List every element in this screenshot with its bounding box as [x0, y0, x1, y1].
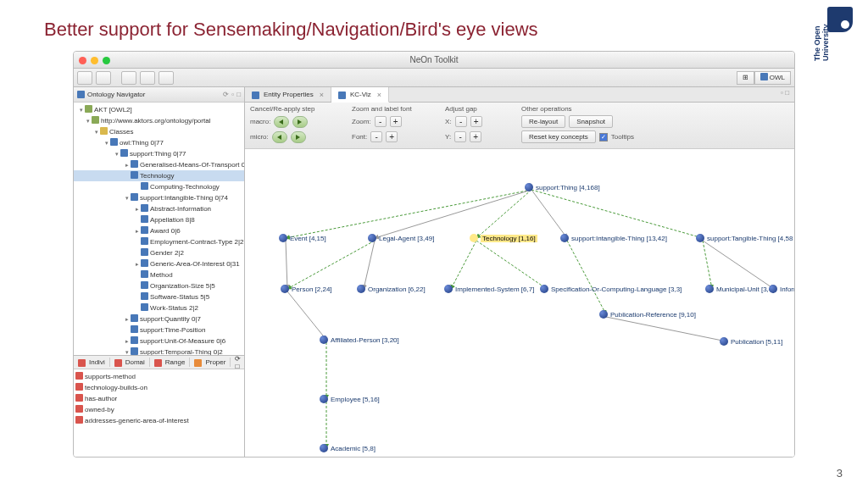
snapshot-button[interactable]: Snapshot [569, 115, 613, 128]
window-controls[interactable] [79, 57, 110, 64]
tree-item[interactable]: Software-Status 5|5 [74, 291, 244, 302]
tree-item[interactable]: Computing-Technology [74, 181, 244, 192]
graph-node[interactable]: Publication [5,11] [720, 337, 782, 346]
tree-item[interactable]: Method [74, 269, 244, 280]
micro-undo-button[interactable] [272, 131, 287, 143]
tree-item[interactable]: support:Time-Position [74, 324, 244, 336]
tree-item[interactable]: Appellation 8|8 [74, 214, 244, 225]
tree-item[interactable]: ▸Award 0|6 [74, 225, 244, 236]
graph-node[interactable]: Academic [5,8] [320, 444, 376, 452]
relayout-button[interactable]: Re-layout [521, 115, 565, 128]
property-item[interactable]: technology-builds-on [75, 382, 242, 393]
tree-item[interactable]: ▸support:Unit-Of-Measure 0|6 [74, 336, 244, 347]
gap-x-plus[interactable]: + [470, 116, 482, 127]
graph-node[interactable]: Implemented-System [6,7] [444, 285, 534, 293]
tree-item[interactable]: ▸Abstract-Information [74, 203, 244, 214]
property-list[interactable]: supports-methodtechnology-builds-onhas-a… [74, 369, 244, 457]
property-tab[interactable]: Domai [110, 358, 150, 367]
micro-redo-button[interactable] [291, 131, 306, 143]
tree-item[interactable]: ▸Generic-Area-Of-Interest 0|31 [74, 258, 244, 269]
tooltips-checkbox[interactable]: ✓ [599, 133, 608, 141]
kc-viz-canvas[interactable]: support:Thing [4,168]Event [4,15]Legal-A… [245, 149, 794, 457]
tree-item[interactable]: ▾Classes [74, 126, 244, 137]
graph-node[interactable]: Affiliated-Person [3,20] [320, 336, 399, 344]
tree-item[interactable]: Organization-Size 5|5 [74, 280, 244, 291]
graph-node[interactable]: Person [2,24] [281, 285, 332, 293]
tree-item[interactable]: Technology [74, 170, 244, 181]
ontology-tree[interactable]: ▾AKT [OWL2]▾http://www.aktors.org/ontolo… [74, 103, 244, 355]
svg-line-7 [451, 241, 476, 289]
tree-item[interactable]: Employment-Contract-Type 2|2 [74, 236, 244, 247]
tree-item[interactable]: ▸support:Quantity 0|7 [74, 313, 244, 324]
zoom-out-button[interactable]: - [375, 116, 387, 127]
tree-item[interactable]: Gender 2|2 [74, 247, 244, 258]
graph-node[interactable]: Municipal-Unit [3,4] [705, 285, 774, 293]
graph-node[interactable]: Inform [769, 285, 794, 293]
close-tab-icon[interactable]: × [377, 91, 381, 99]
property-item[interactable]: owned-by [75, 404, 242, 415]
property-item[interactable]: addresses-generic-area-of-interest [75, 415, 242, 426]
property-tabs[interactable]: IndiviDomaiRangeProper⟳ □ [74, 356, 244, 369]
editor-tab[interactable]: Entity Properties× [245, 87, 331, 102]
ontology-navigator-header: Ontology Navigator ⟳▫□ [74, 87, 244, 103]
tree-item[interactable]: ▾support:Temporal-Thing 0|2 [74, 347, 244, 355]
svg-line-0 [286, 190, 531, 238]
refresh-icon[interactable]: ⟳ [223, 91, 229, 98]
svg-line-8 [476, 241, 547, 289]
graph-node[interactable]: Employee [5,16] [320, 395, 380, 403]
kc-viz-toolbar: Cancel/Re-apply step Zoom and label font… [245, 103, 794, 149]
close-tab-icon[interactable]: × [320, 91, 324, 99]
minimize-icon[interactable]: ▫ [231, 91, 234, 98]
font-plus-button[interactable]: + [386, 131, 398, 142]
graph-node[interactable]: Legal-Agent [3,49] [368, 234, 434, 242]
tree-item[interactable]: ▾support:Thing 0|77 [74, 148, 244, 159]
graph-node[interactable]: Technology [1,16] [470, 234, 537, 242]
graph-node[interactable]: Event [4,15] [279, 234, 326, 242]
tree-item[interactable]: Work-Status 2|2 [74, 302, 244, 313]
graph-node[interactable]: support:Intangible-Thing [13,42] [560, 234, 667, 242]
graph-node[interactable]: support:Thing [4,168] [525, 183, 600, 191]
owl-perspective-button[interactable]: OWL [754, 71, 791, 85]
reset-key-concepts-button[interactable]: Reset key concepts [521, 130, 596, 143]
tree-item[interactable]: ▾owl:Thing 0|77 [74, 137, 244, 148]
editor-tabs[interactable]: Entity Properties×KC-Viz×▫ □ [245, 87, 794, 103]
svg-line-2 [476, 190, 531, 238]
macro-undo-button[interactable] [274, 116, 289, 128]
graph-node[interactable]: Publication-Reference [9,10] [599, 310, 696, 319]
new-button[interactable] [77, 71, 92, 85]
svg-line-6 [364, 241, 375, 289]
tool-button[interactable] [121, 71, 136, 85]
save-button[interactable] [96, 71, 111, 85]
graph-node[interactable]: support:Tangible-Thing [4,58 [696, 234, 793, 242]
tree-item[interactable]: ▾support:Intangible-Thing 0|74 [74, 192, 244, 203]
svg-line-10 [703, 241, 712, 289]
gap-x-minus[interactable]: - [455, 116, 467, 127]
property-item[interactable]: has-author [75, 393, 242, 404]
gap-y-plus[interactable]: + [470, 131, 481, 142]
open-perspective-button[interactable]: ⊞ [737, 71, 754, 85]
editor-tab[interactable]: KC-Viz× [331, 87, 389, 103]
macro-redo-button[interactable] [292, 116, 308, 128]
neon-toolkit-window: NeOn Toolkit ⊞ OWL Ontology Navigator ⟳▫… [73, 51, 795, 458]
tool-button[interactable] [159, 71, 174, 85]
svg-line-12 [287, 291, 326, 340]
property-item[interactable]: supports-method [75, 371, 242, 382]
tool-button[interactable] [140, 71, 155, 85]
svg-line-5 [287, 241, 375, 289]
font-minus-button[interactable]: - [370, 131, 382, 142]
svg-line-11 [703, 241, 774, 289]
svg-line-4 [531, 190, 703, 238]
property-tab[interactable]: Range [150, 358, 191, 367]
page-number: 3 [837, 467, 843, 480]
property-tab[interactable]: Indivi [74, 358, 110, 367]
tree-item[interactable]: ▸Generalised-Means-Of-Transport 0|1 [74, 159, 244, 170]
graph-node[interactable]: Organization [6,22] [357, 285, 426, 293]
svg-line-1 [375, 190, 531, 238]
zoom-in-button[interactable]: + [390, 116, 402, 127]
tree-item[interactable]: ▾http://www.aktors.org/ontology/portal [74, 115, 244, 126]
tree-item[interactable]: ▾AKT [OWL2] [74, 104, 244, 115]
window-title: NeOn Toolkit [74, 52, 794, 69]
property-tab[interactable]: Proper [190, 358, 231, 367]
gap-y-minus[interactable]: - [454, 131, 466, 142]
graph-node[interactable]: Specification-Or-Computing-Language [3,3… [540, 285, 682, 293]
